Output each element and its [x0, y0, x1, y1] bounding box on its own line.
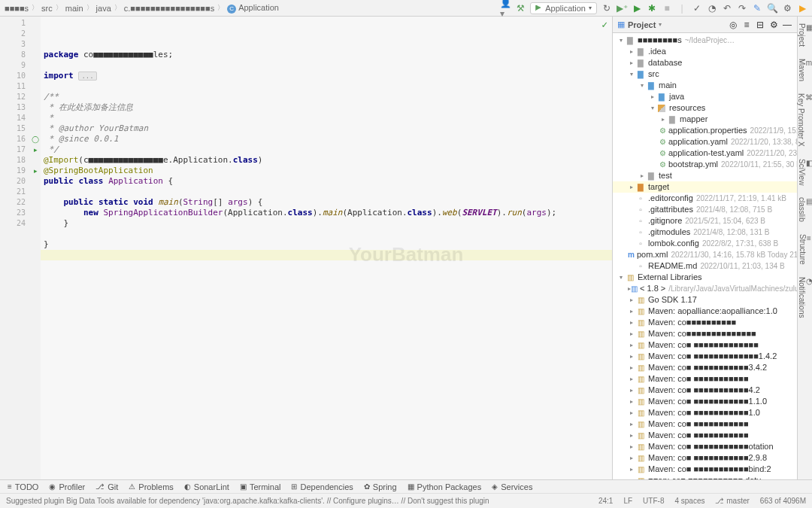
tree-row[interactable]: ▾▇src — [613, 68, 797, 80]
user-icon[interactable]: 👤▾ — [500, 3, 511, 14]
play-icon[interactable]: ▶ — [797, 3, 807, 14]
tree-row[interactable]: ▫lombok.config2022/8/2, 17:31, 638 B — [613, 238, 797, 249]
hammer-icon[interactable]: ⚒ — [515, 3, 526, 14]
code-line[interactable]: new SpringApplicationBuilder(Application… — [41, 208, 612, 218]
code-line[interactable]: */ — [41, 144, 612, 155]
tree-row[interactable]: ▸▇target — [613, 181, 797, 193]
code-line[interactable] — [41, 187, 612, 197]
memory-indicator[interactable]: 663 of 4096M — [760, 497, 806, 505]
rail-sciview[interactable]: ◧SciView — [795, 155, 813, 189]
tool-profiler[interactable]: ◉Profiler — [49, 482, 85, 491]
file-encoding[interactable]: UTF-8 — [643, 497, 664, 505]
tool-git[interactable]: ⎇Git — [95, 482, 118, 491]
project-tree[interactable]: ▾▇■■■■■■■■s~/IdeaProjec…▸▇.idea▸▇databas… — [613, 33, 797, 485]
line-separator[interactable]: LF — [623, 497, 632, 505]
paint-icon[interactable]: ✎ — [752, 3, 762, 14]
run-with-icon[interactable]: ▶⁺ — [617, 3, 627, 14]
run-icon[interactable]: ▶ — [632, 3, 642, 14]
stop-icon[interactable]: ■ — [662, 3, 672, 14]
tree-row[interactable]: ▸▥Maven: co■ ■■■■■■■■■■■ — [613, 430, 797, 441]
tree-row[interactable]: ▾▇main — [613, 80, 797, 91]
status-message[interactable]: Suggested plugin Big Data Tools availabl… — [6, 497, 588, 505]
rail-structure[interactable]: ≡Structure — [796, 230, 812, 269]
project-panel-header[interactable]: ▦ Project ▾ ◎ ≡ ⊟ ⚙ — — [613, 17, 797, 33]
code-line[interactable]: import ... — [41, 71, 612, 81]
code-line[interactable]: @SpringBootApplication — [41, 166, 612, 176]
tree-row[interactable]: ▸▥Maven: co■■■■■■■■■■■■■■ — [613, 328, 797, 339]
check-icon[interactable]: ✓ — [692, 3, 702, 14]
code-editor[interactable]: 12389101112131415161718192021222324 ◯▸▸ … — [0, 17, 612, 485]
tree-row[interactable]: ▸▥Maven: co■ ■■■■■■■■■■■otation — [613, 441, 797, 452]
redo-icon[interactable]: ↷ — [737, 3, 747, 14]
code-line[interactable]: * 在此处添加备注信息 — [41, 102, 612, 113]
breadcrumb-item[interactable]: ■■■■s — [5, 4, 29, 13]
tool-spring[interactable]: ✿Spring — [364, 482, 397, 491]
code-line[interactable]: public class Application { — [41, 176, 612, 187]
breadcrumb-item[interactable]: c.■■■■■■■■■■■■■■■■s — [124, 4, 214, 13]
gear-icon[interactable]: ⚙ — [782, 3, 792, 14]
tree-row[interactable]: ⚙application.properties2022/11/9, 15:42,… — [613, 125, 797, 136]
code-line[interactable] — [41, 250, 612, 260]
expand-icon[interactable]: ≡ — [741, 20, 752, 30]
tool-sonarlint[interactable]: ◐SonarLint — [184, 482, 229, 491]
tree-row[interactable]: ▫.gitattributes2021/4/8, 12:08, 715 B — [613, 204, 797, 215]
clock-icon[interactable]: ◔ — [707, 3, 717, 14]
run-config-selector[interactable]: ⯈ Application ▾ — [530, 2, 597, 14]
bottom-tool-bar[interactable]: ≡TODO◉Profiler⎇Git⚠Problems◐SonarLint▣Te… — [0, 479, 812, 493]
tree-row[interactable]: ▸▇java — [613, 91, 797, 102]
tree-row[interactable]: ▸▥Maven: aopalliance:aopalliance:1.0 — [613, 306, 797, 317]
tree-row[interactable]: ⚙application-test.yaml2022/11/20, 23:37,… — [613, 148, 797, 159]
code-area[interactable]: ✓ package co■■■■■■■■■■■■les;import .../*… — [41, 17, 612, 485]
tool-problems[interactable]: ⚠Problems — [129, 482, 173, 491]
gutter-icons[interactable]: ◯▸▸ — [30, 17, 41, 485]
tree-row[interactable]: ▾▥External Libraries — [613, 272, 797, 283]
tree-row[interactable]: ▫.gitmodules2021/4/8, 12:08, 131 B — [613, 227, 797, 238]
right-tool-rail[interactable]: ▦ProjectmMaven⌘Key Promoter X◧SciView▤cl… — [797, 17, 812, 485]
code-line[interactable] — [41, 229, 612, 239]
code-line[interactable]: } — [41, 239, 612, 250]
undo-icon[interactable]: ↶ — [722, 3, 732, 14]
tree-row[interactable]: ▸▥Maven: co■ ■■■■■■■■■■■3.4.2 — [613, 362, 797, 373]
code-line[interactable]: @Import(c■■■■■■■■■■■■■■■e.Application.cl… — [41, 155, 612, 166]
tree-row[interactable]: ▾▇■■■■■■■■s~/IdeaProjec… — [613, 35, 797, 46]
code-line[interactable]: public static void main(String[] args) { — [41, 197, 612, 208]
hide-icon[interactable]: — — [782, 20, 792, 30]
tree-row[interactable]: ▸▥Maven: co■ ■■■■■■■■■■■ — [613, 418, 797, 430]
code-line[interactable] — [41, 60, 612, 71]
breadcrumb-item[interactable]: CApplication — [227, 3, 279, 14]
code-line[interactable]: package co■■■■■■■■■■■■les; — [41, 50, 612, 60]
tree-row[interactable]: ▸▇test — [613, 170, 797, 181]
code-line[interactable]: } — [41, 218, 612, 229]
indent-setting[interactable]: 4 spaces — [674, 497, 704, 505]
tree-row[interactable]: ▫.editorconfig2022/11/17, 21:19, 1.41 kB — [613, 193, 797, 204]
git-branch[interactable]: ⎇ master — [715, 497, 749, 505]
code-line[interactable]: /** — [41, 92, 612, 102]
tree-row[interactable]: ▸▥Go SDK 1.17 — [613, 294, 797, 306]
breadcrumb-item[interactable]: main — [65, 4, 83, 13]
tree-row[interactable]: ▸▥Maven: co■ ■■■■■■■■■■■4.2 — [613, 385, 797, 396]
tree-row[interactable]: ▸▥Maven: co■ ■■■■■■■■■■■2.9.8 — [613, 452, 797, 464]
tree-row[interactable]: ▸▇mapper — [613, 114, 797, 125]
tree-row[interactable]: ▸▥Maven: co■ ■■■■■■■■■■■■■ — [613, 339, 797, 351]
target-icon[interactable]: ◎ — [728, 20, 738, 30]
tree-row[interactable]: ▸▥Maven: co■ ■■■■■■■■■■■ — [613, 373, 797, 385]
settings-icon[interactable]: ⚙ — [768, 20, 779, 30]
debug-icon[interactable]: ✱ — [647, 3, 657, 14]
breadcrumb-item[interactable]: src — [41, 4, 53, 13]
rail-notifications[interactable]: ◔Notifications — [795, 273, 813, 321]
tree-row[interactable]: ▾resources — [613, 102, 797, 114]
tool-dependencies[interactable]: ⊞Dependencies — [291, 482, 353, 491]
tree-row[interactable]: mpom.xml2022/11/30, 14:16, 15.78 kB Toda… — [613, 249, 797, 260]
code-line[interactable]: * @since 0.0.1 — [41, 134, 612, 144]
rail-classlib[interactable]: ▤classlib — [795, 193, 813, 226]
collapse-icon[interactable]: ⊟ — [755, 20, 765, 30]
tree-row[interactable]: ▸▥< 1.8 >/Library/Java/JavaVirtualMachin… — [613, 283, 797, 294]
tree-row[interactable]: ▫README.md2022/10/11, 21:03, 134 B — [613, 260, 797, 272]
rail-key-promoter-x[interactable]: ⌘Key Promoter X — [795, 90, 812, 151]
tree-row[interactable]: ⚙application.yaml2022/11/20, 13:38, 855 … — [613, 136, 797, 148]
code-line[interactable]: * @author YourBatman — [41, 123, 612, 134]
analysis-ok-icon[interactable]: ✓ — [601, 20, 607, 30]
tree-row[interactable]: ⚙bootstrap.yml2022/10/11, 21:55, 30 B — [613, 159, 797, 170]
breadcrumb-item[interactable]: java — [96, 4, 111, 13]
tree-row[interactable]: ▸▇.idea — [613, 46, 797, 57]
